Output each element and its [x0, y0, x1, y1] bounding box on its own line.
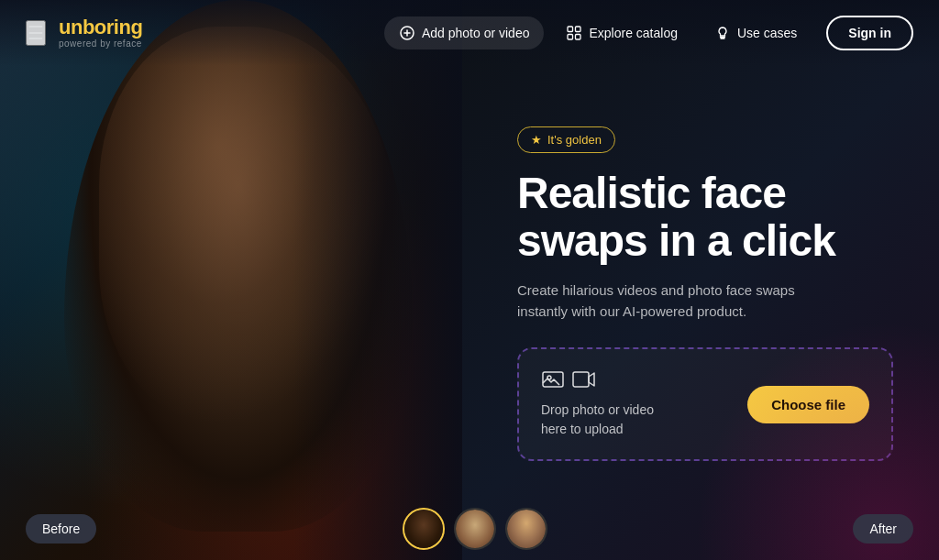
add-photo-button[interactable]: Add photo or video: [384, 16, 545, 49]
badge-label: It's golden: [547, 133, 602, 147]
nav-links: Add photo or video Explore catalog U: [384, 16, 913, 50]
choose-file-button[interactable]: Choose file: [747, 386, 869, 423]
hero-content: ★ It's golden Realistic face swaps in a …: [517, 126, 893, 461]
face-thumb-2-image: [456, 510, 494, 548]
explore-catalog-label: Explore catalog: [589, 26, 678, 40]
hero-subtitle: Create hilarious videos and photo face s…: [517, 280, 829, 323]
plus-svg: [400, 26, 414, 40]
golden-badge: ★ It's golden: [517, 126, 615, 153]
face-thumb-1[interactable]: [403, 508, 445, 550]
plus-icon: [399, 25, 415, 41]
upload-icons-row: [541, 369, 654, 390]
logo-text: unboring: [59, 17, 142, 38]
logo-highlight: un: [59, 16, 83, 38]
before-button[interactable]: Before: [26, 514, 96, 544]
star-icon: ★: [531, 133, 542, 147]
face-thumb-3[interactable]: [505, 508, 547, 550]
after-button[interactable]: After: [853, 514, 913, 544]
svg-rect-7: [576, 35, 581, 40]
explore-catalog-button[interactable]: Explore catalog: [551, 16, 692, 49]
svg-rect-6: [568, 35, 573, 40]
face-thumbnails: [403, 508, 547, 550]
face-thumb-1-image: [404, 510, 443, 548]
right-content-panel: ★ It's golden Realistic face swaps in a …: [462, 0, 939, 560]
upload-dropzone[interactable]: Drop photo or video here to upload Choos…: [517, 347, 893, 461]
logo-subtitle: powered by reface: [59, 38, 142, 49]
sign-in-button[interactable]: Sign in: [826, 16, 913, 50]
face-thumb-2[interactable]: [454, 508, 496, 550]
svg-rect-2: [573, 372, 589, 387]
svg-rect-5: [576, 27, 581, 32]
bulb-icon: [714, 25, 731, 41]
hamburger-menu-button[interactable]: ☰: [26, 20, 46, 46]
use-cases-label: Use cases: [737, 26, 797, 40]
face-thumb-3-image: [507, 510, 546, 548]
hero-background: [0, 0, 477, 560]
hero-title: Realistic face swaps in a click: [517, 170, 893, 265]
upload-left-area: Drop photo or video here to upload: [541, 369, 654, 439]
svg-rect-4: [568, 27, 573, 32]
navbar: ☰ unboring powered by reface Add photo o…: [0, 0, 939, 66]
hero-overlay: [293, 0, 477, 560]
upload-prompt-text: Drop photo or video here to upload: [541, 401, 654, 439]
add-photo-label: Add photo or video: [422, 26, 530, 40]
video-upload-icon: [572, 369, 596, 390]
use-cases-button[interactable]: Use cases: [700, 16, 812, 49]
grid-icon: [566, 25, 582, 41]
bottom-bar: Before After: [0, 498, 939, 560]
logo-area: unboring powered by reface: [59, 17, 142, 49]
photo-upload-icon: [541, 369, 565, 390]
